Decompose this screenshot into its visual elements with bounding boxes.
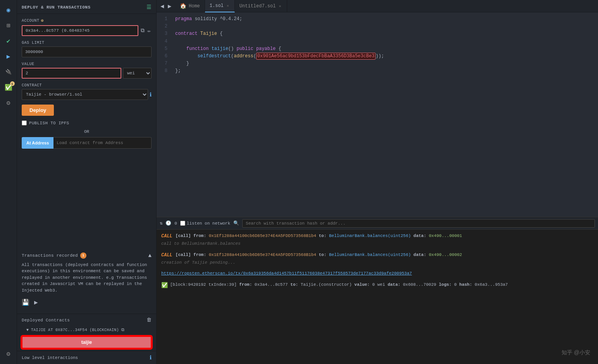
tx-entry-1: CALL [call] from: 0x1Ef1288a44100cb6D85e… <box>161 233 593 247</box>
tx-entry-1-sub: call to BelluminarBank.balances <box>161 240 593 247</box>
tab-prev-btn[interactable]: ◀ <box>159 3 165 10</box>
contract-info-icon[interactable]: ℹ <box>150 91 152 98</box>
tx-log-toolbar: ⇅ 🕐 0 listen on network 🔍 <box>157 217 598 230</box>
tx-search-input[interactable] <box>242 219 595 228</box>
save-transactions-icon[interactable]: 💾 <box>22 298 29 307</box>
tx-entry-2: CALL [call] from: 0x1Ef1288a44100cb6D85e… <box>161 252 593 266</box>
plugin-icon[interactable]: 🔌 <box>2 65 16 79</box>
low-level-header: Low level interactions ℹ <box>17 351 156 364</box>
deployed-item-copy-icon[interactable]: ⧉ <box>121 328 124 332</box>
deployed-item-label: TAIJIE AT 0X87C...34F54 (BLOCKCHAIN) <box>31 328 119 332</box>
low-level-title: Low level interactions <box>22 355 78 360</box>
tab-untitled7-label: Untitled7.sol <box>240 3 276 9</box>
deploy-panel-content: ACCOUNT ⊕ ⧉ ✏ GAS LIMIT VALUE <box>17 14 156 249</box>
contract-field-group: CONTRACT Taijie - browser/1.sol ℹ <box>22 83 152 100</box>
contract-select[interactable]: Taijie - browser/1.sol <box>22 89 148 100</box>
success-check-icon: ✅ <box>161 282 168 290</box>
tx-log-content: CALL [call] from: 0x1Ef1288a44100cb6D85e… <box>157 230 598 364</box>
publish-ipfs-checkbox[interactable] <box>22 120 27 125</box>
tab-1sol-label: 1.sol <box>210 3 224 9</box>
call-badge-1: CALL <box>161 233 172 240</box>
transactions-title: Transactions recorded 1 <box>22 252 86 259</box>
at-address-row: At Address <box>22 137 152 149</box>
clock-icon[interactable]: 🕐 <box>165 220 171 226</box>
run-icon[interactable]: ▶ <box>2 50 16 64</box>
load-contract-input[interactable] <box>53 137 152 149</box>
tx-block-line: ✅ [block:9420192 txIndex:39] from: 0x3a4… <box>161 282 593 290</box>
deployed-contracts-section: Deployed Contracts 🗑 ▼ TAIJIE AT 0X87C..… <box>17 314 156 334</box>
tab-next-btn[interactable]: ▶ <box>166 3 173 10</box>
account-input[interactable] <box>22 25 138 36</box>
transactions-section: Transactions recorded 1 ▲ All transactio… <box>17 249 156 314</box>
contract-label: CONTRACT <box>22 83 152 88</box>
listen-network-checkbox[interactable] <box>180 221 185 226</box>
or-divider: OR <box>22 129 152 134</box>
tab-controls: ◀ ▶ <box>157 3 175 10</box>
deploy-panel: DEPLOY & RUN TRANSACTIONS ☰ ACCOUNT ⊕ ⧉ … <box>17 0 157 364</box>
tab-home[interactable]: 🏠 Home <box>175 0 205 12</box>
gas-limit-input[interactable] <box>22 46 152 57</box>
deploy-panel-close[interactable]: ☰ <box>146 4 152 10</box>
deployed-item: ▼ TAIJIE AT 0X87C...34F54 (BLOCKCHAIN) ⧉ <box>17 326 156 334</box>
line-numbers: 1 2 3 4 5 6 7 8 <box>157 12 171 217</box>
file-icon[interactable]: ⊞ <box>2 19 16 33</box>
transactions-actions: 💾 ▶ <box>22 297 152 309</box>
compile-icon[interactable]: ✔ <box>2 34 16 48</box>
tab-1sol-close[interactable]: ✕ <box>226 3 230 9</box>
tx-entry-2-sub: creation of Taijie pending... <box>161 259 593 266</box>
account-input-row: ⧉ ✏ <box>22 25 152 36</box>
deployed-contracts-header: Deployed Contracts 🗑 <box>17 314 156 326</box>
value-input-row: wei gwei finney ether <box>22 68 152 79</box>
call-badge-2: CALL <box>161 252 172 259</box>
gas-limit-label: GAS LIMIT <box>22 41 152 45</box>
icon-sidebar: ◉ ⊞ ✔ ▶ 🔌 ✅ 1 ⚙ ⚙ <box>0 0 17 364</box>
etherscan-link[interactable]: https://ropsten.etherscan.io/tx/0x6a3193… <box>161 271 412 276</box>
transactions-count-badge: 1 <box>80 252 86 259</box>
account-label: ACCOUNT ⊕ <box>22 18 152 24</box>
publish-ipfs-row: PUBLISH TO IPFS <box>22 120 152 125</box>
account-field-group: ACCOUNT ⊕ ⧉ ✏ <box>22 18 152 36</box>
home-icon: 🏠 <box>180 3 186 9</box>
deployed-contracts-title: Deployed Contracts <box>22 318 70 323</box>
transactions-description: All transactions (deployed contracts and… <box>17 262 156 314</box>
tab-1sol[interactable]: 1.sol ✕ <box>205 0 235 12</box>
transactions-header[interactable]: Transactions recorded 1 ▲ <box>17 249 156 262</box>
gas-limit-field-group: GAS LIMIT <box>22 41 152 57</box>
listen-network-text: listen on network <box>187 221 230 226</box>
value-unit-select[interactable]: wei gwei finney ether <box>123 68 152 79</box>
tab-untitled7-close[interactable]: ✕ <box>278 3 282 9</box>
play-transactions-icon[interactable]: ▶ <box>34 298 38 307</box>
filter-icon[interactable]: ⇅ <box>160 220 162 226</box>
settings-icon[interactable]: ⚙ <box>2 347 16 361</box>
deploy-panel-title: DEPLOY & RUN TRANSACTIONS <box>22 5 91 10</box>
debug-icon[interactable]: ⚙ <box>2 96 16 110</box>
copy-account-icon[interactable]: ⧉ <box>140 27 145 34</box>
contract-functions-area: taijie <box>17 334 156 351</box>
account-plus-icon[interactable]: ⊕ <box>41 18 44 24</box>
value-input[interactable] <box>22 68 121 79</box>
tx-entry-1-main: CALL [call] from: 0x1Ef1288a44100cb6D85e… <box>161 233 593 240</box>
tx-block-text: [block:9420192 txIndex:39] from: 0x3a4..… <box>170 282 508 288</box>
test-badge: 1 <box>10 81 15 86</box>
at-address-button[interactable]: At Address <box>22 137 53 149</box>
deployed-item-arrow[interactable]: ▼ <box>26 328 29 332</box>
transaction-log: ⇅ 🕐 0 listen on network 🔍 CALL [call] <box>157 217 598 364</box>
tab-untitled7[interactable]: Untitled7.sol ✕ <box>235 0 287 12</box>
deploy-button[interactable]: Deploy <box>22 105 54 116</box>
logo-icon[interactable]: ◉ <box>2 3 16 17</box>
deploy-panel-header: DEPLOY & RUN TRANSACTIONS ☰ <box>17 0 156 14</box>
contract-select-row: Taijie - browser/1.sol ℹ <box>22 89 152 100</box>
tx-entry-2-main: CALL [call] from: 0x1Ef1288a44100cb6D85e… <box>161 252 593 259</box>
tx-entry-2-detail: [call] from: 0x1Ef1288a44100cb6D85e374E4… <box>176 252 462 258</box>
tx-entry-1-detail: [call] from: 0x1Ef1288a44100cb6D85e374E4… <box>176 233 462 239</box>
transactions-chevron[interactable]: ▲ <box>148 252 152 259</box>
taijie-function-button[interactable]: taijie <box>22 336 152 349</box>
code-content[interactable]: pragma solidity ^0.4.24; contract Taijie… <box>171 12 598 217</box>
edit-account-icon[interactable]: ✏ <box>147 27 152 35</box>
tab-bar: ◀ ▶ 🏠 Home 1.sol ✕ Untitled7.sol ✕ <box>157 0 598 12</box>
delete-contracts-icon[interactable]: 🗑 <box>146 317 152 323</box>
low-level-info-icon[interactable]: ℹ <box>150 354 152 361</box>
tx-entry-4: ✅ [block:9420192 txIndex:39] from: 0x3a4… <box>161 282 593 290</box>
test-icon[interactable]: ✅ 1 <box>2 81 16 94</box>
search-icon: 🔍 <box>233 220 239 226</box>
